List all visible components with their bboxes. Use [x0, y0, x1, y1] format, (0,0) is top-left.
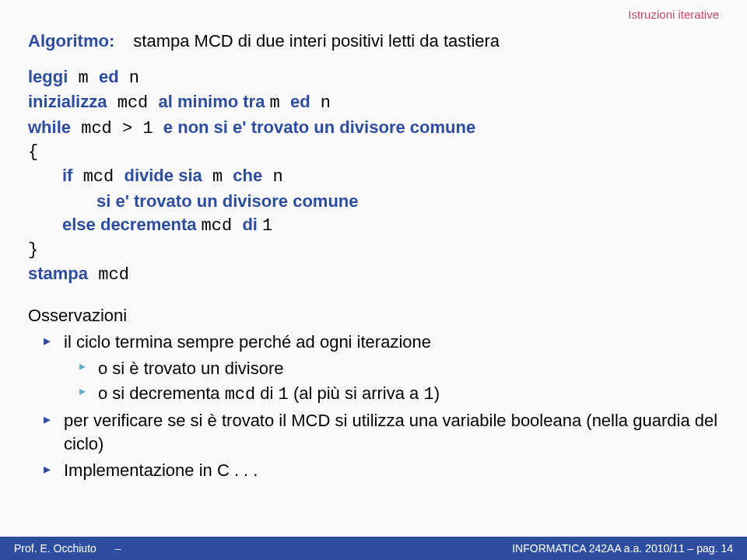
pseudo-line: { [28, 141, 719, 164]
pseudo-line: si e' trovato un divisore comune [28, 190, 719, 213]
title-label: Algoritmo: [28, 31, 114, 51]
pseudo-line: if mcd divide sia m che n [28, 164, 719, 189]
pseudo-line: else decrementa mcd di 1 [28, 213, 719, 238]
pseudo-line: leggi m ed n [28, 65, 719, 90]
footer-course: INFORMATICA 242AA a.a. 2010/11 – pag. 14 [512, 542, 733, 555]
pseudocode-block: leggi m ed n inizializza mcd al minimo t… [28, 65, 719, 287]
pseudo-line: while mcd > 1 e non si e' trovato un div… [28, 116, 719, 141]
list-item: Implementazione in C . . . [44, 459, 719, 482]
title-text: stampa MCD di due interi positivi letti … [133, 31, 500, 51]
footer: Prof. E. Occhiuto – INFORMATICA 242AA a.… [0, 537, 747, 560]
list-item: per verificare se si è trovato il MCD si… [44, 409, 719, 455]
list-item: o si è trovato un divisore [79, 357, 719, 380]
pseudo-line: stampa mcd [28, 262, 719, 287]
pseudo-line: inizializza mcd al minimo tra m ed n [28, 90, 719, 115]
observations-title: Osservazioni [28, 306, 719, 326]
list-item: o si decrementa mcd di 1 (al più si arri… [79, 382, 719, 407]
footer-separator: – [115, 542, 121, 555]
slide: Istruzioni iterative Algoritmo: stampa M… [0, 0, 747, 560]
pseudo-line: } [28, 239, 719, 262]
footer-author: Prof. E. Occhiuto [14, 542, 96, 555]
sublist: o si è trovato un divisore o si decremen… [79, 357, 719, 406]
section-header: Istruzioni iterative [628, 8, 719, 21]
kw-leggi: leggi [28, 67, 68, 86]
item-text: il ciclo termina sempre perché ad ogni i… [64, 332, 431, 352]
list-item: il ciclo termina sempre perché ad ogni i… [44, 331, 719, 406]
slide-title: Algoritmo: stampa MCD di due interi posi… [28, 31, 719, 51]
observations-list: il ciclo termina sempre perché ad ogni i… [44, 331, 719, 481]
